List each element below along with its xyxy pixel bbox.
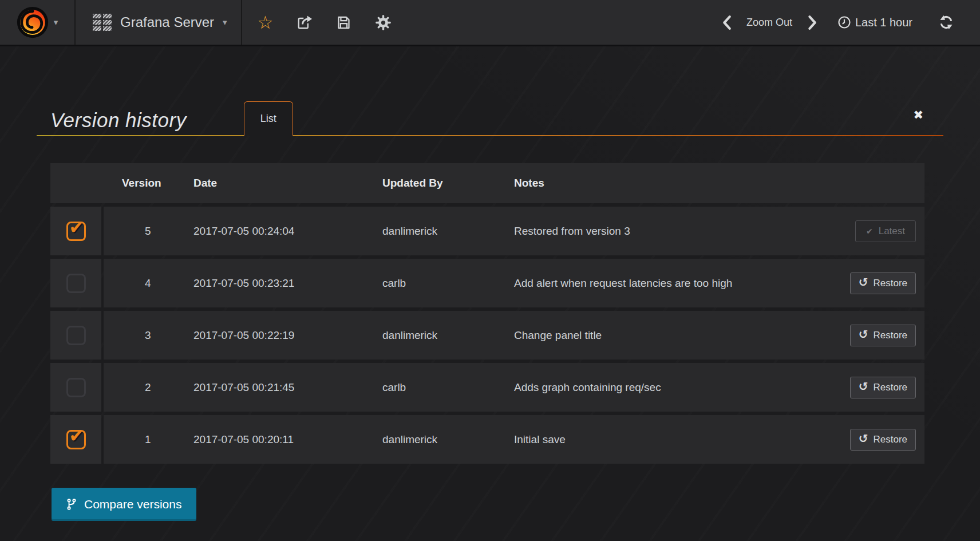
- version-cell: 3: [104, 329, 175, 342]
- version-cell: 2: [104, 381, 175, 394]
- table-row: ✔ 5 2017-07-05 00:24:04 danlimerick Rest…: [50, 207, 924, 255]
- updated-by-cell: carlb: [364, 381, 496, 394]
- dashboard-title: Grafana Server: [120, 14, 214, 30]
- version-cell: 5: [104, 225, 175, 238]
- version-checkbox[interactable]: [66, 274, 86, 293]
- time-shift-back-button[interactable]: [722, 15, 732, 30]
- date-cell: 2017-07-05 00:23:21: [175, 277, 364, 290]
- main-menu-button[interactable]: ▾: [0, 0, 76, 45]
- restore-button[interactable]: ↺ Restore: [850, 273, 916, 294]
- version-select-cell[interactable]: [50, 363, 101, 412]
- grafana-logo-icon: [17, 6, 49, 38]
- version-checkbox[interactable]: ✔: [66, 430, 86, 449]
- version-select-cell[interactable]: ✔: [50, 207, 101, 255]
- header-notes: Notes: [496, 177, 924, 189]
- refresh-button[interactable]: [939, 15, 954, 30]
- version-checkbox[interactable]: [66, 378, 86, 397]
- tab-list[interactable]: List: [244, 101, 293, 136]
- star-icon: ☆: [258, 14, 274, 31]
- chevron-left-icon: [722, 15, 732, 30]
- share-button[interactable]: [297, 14, 313, 30]
- header-date: Date: [175, 177, 364, 189]
- updated-by-cell: danlimerick: [364, 433, 496, 446]
- time-controls: Zoom Out Last 1 hour: [722, 0, 980, 45]
- date-cell: 2017-07-05 00:22:19: [175, 329, 364, 342]
- version-select-cell[interactable]: [50, 259, 101, 307]
- close-button[interactable]: ✖: [913, 109, 923, 121]
- close-icon: ✖: [913, 108, 923, 122]
- header-version: Version: [104, 177, 175, 189]
- version-cell: 4: [104, 277, 175, 290]
- version-history-view: Version history List ✖ Version Date Upda…: [0, 46, 980, 521]
- dashboard-grid-icon: [93, 14, 112, 31]
- table-row: ✔ 1 2017-07-05 00:20:11 danlimerick Init…: [50, 415, 924, 464]
- clock-icon: [837, 15, 851, 29]
- table-header-row: Version Date Updated By Notes: [50, 163, 924, 203]
- compare-versions-label: Compare versions: [84, 497, 181, 511]
- latest-button[interactable]: ✔ Latest: [855, 220, 916, 242]
- date-cell: 2017-07-05 00:21:45: [175, 381, 364, 394]
- save-button[interactable]: [336, 15, 351, 30]
- version-select-cell[interactable]: ✔: [50, 415, 101, 464]
- date-cell: 2017-07-05 00:24:04: [175, 225, 364, 238]
- version-history-table: Version Date Updated By Notes ✔ 5 2017-0…: [50, 163, 924, 464]
- check-icon: ✔: [866, 227, 873, 235]
- history-icon: ↺: [859, 277, 868, 288]
- notes-cell: Change panel title: [496, 329, 850, 342]
- settings-button[interactable]: [375, 14, 392, 31]
- notes-cell: Restored from version 3: [496, 225, 855, 238]
- history-icon: ↺: [859, 433, 868, 444]
- notes-cell: Add alert when request latencies are too…: [496, 277, 850, 290]
- header-updated-by: Updated By: [364, 177, 496, 189]
- version-select-cell[interactable]: [50, 311, 101, 360]
- restore-button[interactable]: ↺ Restore: [850, 325, 916, 346]
- time-range-label: Last 1 hour: [855, 16, 912, 29]
- table-row: 4 2017-07-05 00:23:21 carlb Add alert wh…: [50, 259, 924, 307]
- share-icon: [297, 14, 313, 30]
- zoom-out-button[interactable]: Zoom Out: [746, 17, 792, 29]
- date-cell: 2017-07-05 00:20:11: [175, 433, 364, 446]
- history-icon: ↺: [859, 381, 868, 392]
- gear-icon: [375, 14, 392, 31]
- page-header: Version history List ✖: [37, 46, 943, 136]
- chevron-right-icon: [807, 15, 817, 30]
- page-title: Version history: [50, 109, 187, 132]
- notes-cell: Initial save: [496, 433, 850, 446]
- notes-cell: Adds graph containing req/sec: [496, 381, 850, 394]
- chevron-down-icon: ▾: [223, 18, 227, 27]
- chevron-down-icon: ▾: [54, 18, 58, 27]
- check-icon: ✔: [69, 217, 84, 238]
- refresh-icon: [939, 15, 954, 30]
- version-cell: 1: [104, 433, 175, 446]
- star-button[interactable]: ☆: [258, 14, 274, 31]
- version-checkbox[interactable]: [66, 326, 86, 345]
- time-range-picker[interactable]: Last 1 hour: [837, 15, 912, 29]
- code-fork-icon: [66, 499, 77, 510]
- time-shift-forward-button[interactable]: [807, 15, 817, 30]
- restore-button[interactable]: ↺ Restore: [850, 377, 916, 398]
- dashboard-actions: ☆: [242, 0, 392, 45]
- check-icon: ✔: [69, 425, 84, 446]
- restore-button[interactable]: ↺ Restore: [850, 429, 916, 451]
- version-checkbox[interactable]: ✔: [66, 222, 86, 241]
- save-icon: [336, 15, 351, 30]
- top-navbar: ▾ Grafana Server ▾ ☆: [0, 0, 980, 46]
- table-row: 2 2017-07-05 00:21:45 carlb Adds graph c…: [50, 363, 924, 412]
- compare-versions-button[interactable]: Compare versions: [52, 488, 196, 521]
- dashboard-picker[interactable]: Grafana Server ▾: [76, 0, 242, 45]
- updated-by-cell: danlimerick: [364, 225, 496, 238]
- history-icon: ↺: [859, 329, 868, 340]
- table-body: ✔ 5 2017-07-05 00:24:04 danlimerick Rest…: [50, 207, 924, 464]
- table-row: 3 2017-07-05 00:22:19 danlimerick Change…: [50, 311, 924, 360]
- updated-by-cell: danlimerick: [364, 329, 496, 342]
- navbar-spacer: [392, 0, 721, 45]
- updated-by-cell: carlb: [364, 277, 496, 290]
